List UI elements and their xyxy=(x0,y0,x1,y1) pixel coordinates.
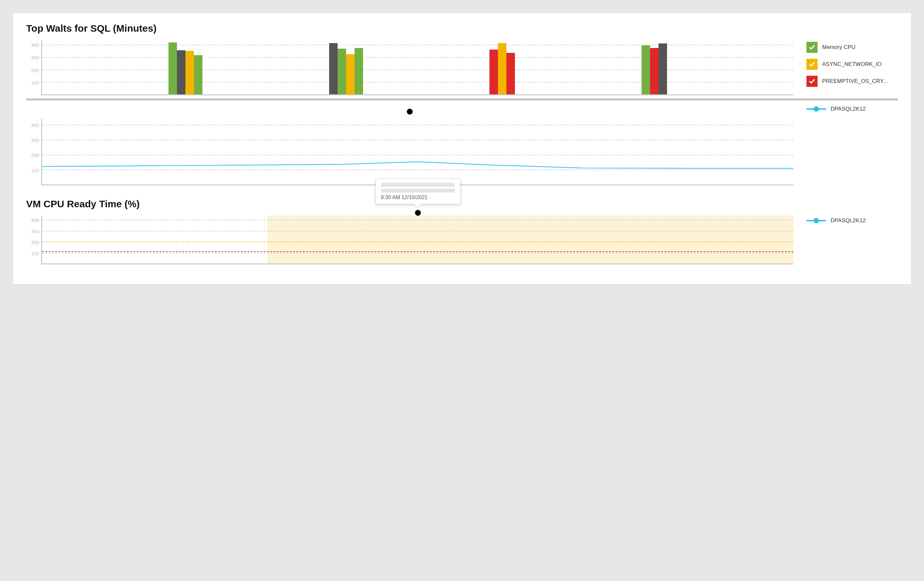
legend-item-memory-cpu[interactable]: Memory CPU xyxy=(807,42,898,53)
data-point-marker[interactable]: 9:30 AM 12/10/2021 xyxy=(415,210,421,216)
warn-threshold-line xyxy=(42,242,794,242)
legend-label: PREEMPTIVE_OS_CRY... xyxy=(822,78,888,84)
checkmark-icon xyxy=(807,59,818,70)
line-plot[interactable]: 100200300400 xyxy=(26,119,794,185)
top-waits-row: 100200300400 Memory CPU ASYNC_NETWORK_IO xyxy=(26,40,898,95)
data-point-marker[interactable] xyxy=(407,109,413,115)
tooltip-placeholder-line xyxy=(381,183,455,187)
checkmark-icon xyxy=(807,76,818,87)
vm-cpu-legend: DPASQL2K12 xyxy=(807,216,898,224)
bar[interactable] xyxy=(177,50,185,94)
highlight-zone xyxy=(267,216,794,263)
y-tick-label: 300 xyxy=(31,137,39,143)
y-tick-label: 200 xyxy=(31,152,39,158)
bar[interactable] xyxy=(498,43,507,95)
y-tick-label: 400 xyxy=(31,42,39,48)
y-tick-label: 200 xyxy=(31,67,39,73)
top-waits-title: Top Walts for SQL (Minutes) xyxy=(26,23,898,34)
y-tick-label: 200 xyxy=(31,239,39,245)
line-marker-icon xyxy=(807,220,826,221)
vm-cpu-title: VM CPU Ready Time (%) xyxy=(26,198,898,209)
bar[interactable] xyxy=(194,55,203,94)
y-tick-label: 100 xyxy=(31,250,39,256)
bar[interactable] xyxy=(507,53,515,94)
vm-cpu-plot[interactable]: 100200300400 9:30 AM 12/10/2021 xyxy=(26,216,794,264)
legend-label: DPASQL2K12 xyxy=(831,217,866,224)
critical-threshold-line xyxy=(42,251,794,252)
legend-item-dpasql2k12[interactable]: DPASQL2K12 xyxy=(807,217,898,224)
bar[interactable] xyxy=(168,43,177,94)
y-tick-label: 100 xyxy=(31,80,39,86)
tooltip-time: 9:30 AM 12/10/2021 xyxy=(381,194,455,201)
bar[interactable] xyxy=(355,48,363,94)
y-tick-label: 300 xyxy=(31,55,39,60)
bar[interactable] xyxy=(658,43,667,94)
bar[interactable] xyxy=(185,51,194,94)
bar[interactable] xyxy=(642,45,650,94)
top-waits-plot[interactable]: 100200300400 xyxy=(26,40,794,95)
legend-label: Memory CPU xyxy=(822,44,855,51)
legend-label: DPASQL2K12 xyxy=(831,106,866,112)
bar-group[interactable] xyxy=(329,40,363,94)
legend-item-preemptive-os-cry[interactable]: PREEMPTIVE_OS_CRY... xyxy=(807,76,898,87)
legend-label: ASYNC_NETWORK_IO xyxy=(822,61,881,67)
bar-group[interactable] xyxy=(489,40,515,94)
bar[interactable] xyxy=(338,49,346,94)
dashboard-panel: Top Walts for SQL (Minutes) 100200300400… xyxy=(13,13,911,284)
y-tick-label: 300 xyxy=(31,228,39,234)
bar-group[interactable] xyxy=(168,40,203,94)
tooltip: 9:30 AM 12/10/2021 xyxy=(376,179,460,204)
legend-item-async-network-io[interactable]: ASYNC_NETWORK_IO xyxy=(807,59,898,70)
line-marker-icon xyxy=(807,109,826,110)
y-tick-label: 100 xyxy=(31,168,39,173)
legend-item-dpasql2k12[interactable]: DPASQL2K12 xyxy=(807,106,898,112)
tooltip-placeholder-line xyxy=(381,189,455,193)
bar[interactable] xyxy=(489,49,498,94)
bar[interactable] xyxy=(650,48,658,94)
separator xyxy=(26,99,898,100)
line-legend: DPASQL2K12 xyxy=(807,104,898,112)
vm-cpu-row: 100200300400 9:30 AM 12/10/2021 DPASQL2K… xyxy=(26,216,898,264)
checkmark-icon xyxy=(807,42,818,53)
y-tick-label: 400 xyxy=(31,122,39,128)
line-chart-row: 100200300400 DPASQL2K12 xyxy=(26,104,898,185)
top-waits-legend: Memory CPU ASYNC_NETWORK_IO PREEMPTIVE_O… xyxy=(807,40,898,87)
bar[interactable] xyxy=(346,54,355,94)
bar[interactable] xyxy=(329,43,338,95)
y-tick-label: 400 xyxy=(31,217,39,222)
bar-group[interactable] xyxy=(642,40,667,94)
